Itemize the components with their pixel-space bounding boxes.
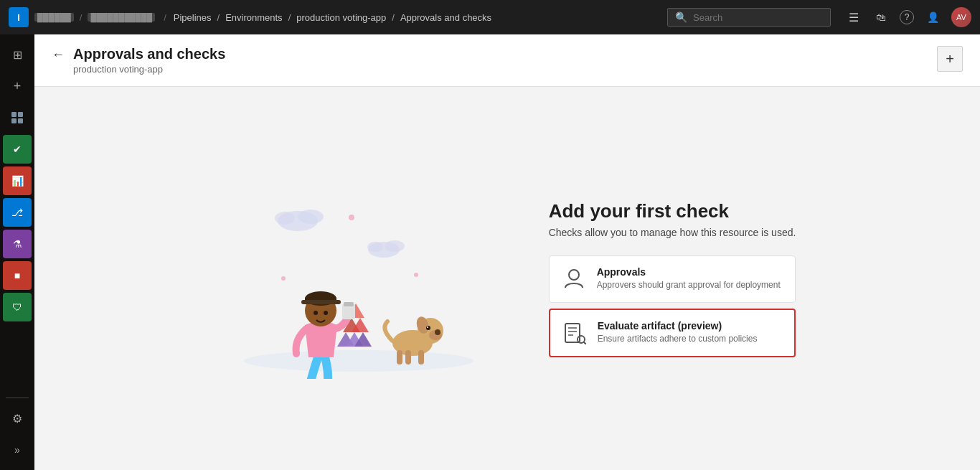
add-check-header: Add your first check Checks allow you to…: [549, 200, 796, 238]
check-items-list: Approvals Approvers should grant approva…: [549, 255, 796, 357]
home-icon: ⊞: [10, 47, 24, 62]
main-content: Add your first check Checks allow you to…: [34, 87, 980, 470]
svg-point-25: [426, 326, 430, 330]
evaluate-artifact-text: Evaluate artifact (preview) Ensure artif…: [598, 320, 758, 344]
right-panel: Add your first check Checks allow you to…: [549, 200, 796, 357]
add-check-button[interactable]: +: [937, 46, 963, 72]
user-avatar[interactable]: AV: [951, 7, 971, 27]
svg-point-38: [314, 311, 318, 315]
expand-icon: »: [10, 443, 24, 457]
lab-icon: ⚗: [10, 237, 24, 251]
breadcrumb-environments[interactable]: Environments: [225, 12, 282, 23]
help-icon[interactable]: ?: [900, 10, 914, 24]
user-icon[interactable]: 👤: [924, 9, 941, 26]
shield-icon: 🛡: [10, 300, 24, 314]
app-logo[interactable]: I: [9, 7, 29, 27]
svg-point-39: [324, 311, 328, 315]
svg-point-12: [281, 276, 286, 281]
sidebar-item-add[interactable]: +: [3, 72, 32, 100]
page-header-left: ← Approvals and checks production voting…: [52, 46, 225, 75]
sidebar-item-check[interactable]: ✔: [3, 135, 32, 164]
svg-rect-3: [18, 118, 23, 123]
breadcrumb-production[interactable]: production voting-app: [296, 12, 386, 23]
approvals-title: Approvals: [597, 266, 781, 278]
sidebar-item-devops[interactable]: ⎇: [3, 198, 32, 227]
plus-icon: +: [10, 79, 24, 93]
check-item-evaluate-artifact[interactable]: Evaluate artifact (preview) Ensure artif…: [549, 309, 796, 357]
dashboard-icon: [10, 111, 24, 125]
top-navigation: I ██████ / ███████████ / Pipelines / Env…: [0, 0, 980, 34]
svg-line-46: [584, 342, 586, 344]
store-icon: ■: [10, 268, 24, 283]
svg-point-9: [367, 242, 383, 252]
org-label: ██████ / ███████████: [34, 12, 155, 23]
check-icon: ✔: [10, 142, 24, 156]
svg-rect-2: [11, 118, 17, 123]
presentation-icon: 📊: [10, 174, 24, 188]
approvals-icon: [561, 266, 587, 292]
svg-rect-33: [344, 302, 354, 306]
breadcrumb-approvals[interactable]: Approvals and checks: [400, 12, 491, 23]
illustration-area: [219, 178, 491, 379]
svg-point-13: [244, 350, 473, 372]
evaluate-artifact-icon: [562, 320, 588, 346]
search-icon: 🔍: [675, 11, 687, 23]
add-check-title: Add your first check: [549, 200, 796, 222]
approvals-text: Approvals Approvers should grant approva…: [597, 266, 781, 290]
nav-icons: ☰ 🛍 ? 👤 AV: [845, 7, 971, 27]
settings-icon: ⚙: [10, 411, 24, 426]
evaluate-artifact-subtitle: Ensure artifacts adhere to custom polici…: [598, 334, 758, 344]
sidebar: ⊞ + ✔ 📊 ⎇ ⚗ ■: [0, 34, 34, 470]
svg-point-23: [435, 329, 440, 335]
svg-rect-1: [18, 112, 23, 117]
back-button[interactable]: ←: [52, 47, 65, 62]
sidebar-item-store[interactable]: ■: [3, 261, 32, 290]
evaluate-artifact-title: Evaluate artifact (preview): [598, 320, 758, 332]
svg-rect-29: [418, 350, 424, 365]
svg-point-11: [414, 273, 418, 277]
check-item-approvals[interactable]: Approvals Approvers should grant approva…: [549, 255, 796, 303]
page-title-group: Approvals and checks production voting-a…: [73, 46, 225, 75]
sidebar-item-lab[interactable]: ⚗: [3, 230, 32, 258]
svg-rect-28: [405, 350, 411, 365]
sidebar-item-presentation[interactable]: 📊: [3, 166, 32, 195]
list-icon[interactable]: ☰: [845, 9, 862, 26]
sidebar-item-expand[interactable]: »: [3, 436, 32, 464]
svg-point-40: [569, 270, 579, 280]
breadcrumb: / Pipelines / Environments / production …: [161, 12, 491, 23]
svg-point-26: [427, 326, 428, 328]
add-check-subtitle: Checks allow you to manage how this reso…: [549, 227, 796, 238]
sidebar-item-settings[interactable]: ⚙: [3, 404, 32, 433]
content-area: ← Approvals and checks production voting…: [34, 34, 980, 470]
svg-rect-0: [11, 112, 17, 117]
page-title: Approvals and checks: [73, 46, 225, 62]
page-subtitle: production voting-app: [73, 64, 225, 75]
search-input[interactable]: [693, 12, 823, 23]
svg-rect-27: [397, 350, 402, 365]
search-box[interactable]: 🔍: [667, 8, 831, 27]
devops-icon: ⎇: [10, 205, 24, 220]
svg-point-5: [298, 210, 324, 224]
svg-point-10: [349, 215, 354, 220]
svg-rect-37: [301, 300, 341, 304]
sidebar-item-dashboard[interactable]: [3, 103, 32, 132]
bag-icon[interactable]: 🛍: [872, 9, 890, 26]
approvals-subtitle: Approvers should grant approval for depl…: [597, 280, 781, 290]
breadcrumb-pipelines[interactable]: Pipelines: [174, 12, 212, 23]
svg-point-8: [385, 240, 405, 252]
page-header: ← Approvals and checks production voting…: [34, 34, 980, 87]
sidebar-item-home[interactable]: ⊞: [3, 40, 32, 69]
svg-point-6: [275, 212, 295, 225]
sidebar-item-shield[interactable]: 🛡: [3, 293, 32, 321]
